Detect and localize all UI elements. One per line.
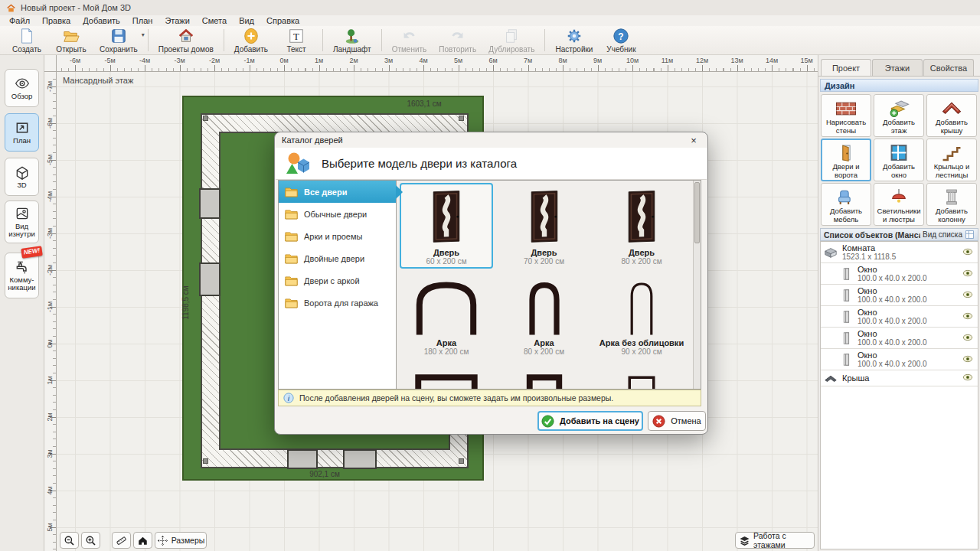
toolbar-button-text[interactable]: TТекст [274, 26, 318, 54]
menu-item[interactable]: Справка [260, 16, 305, 25]
menu-item[interactable]: Вид [233, 16, 260, 25]
plan-icon [15, 120, 30, 135]
ruler-tick [702, 65, 703, 71]
design-button-label: Светильники и люстры [874, 207, 923, 223]
design-button-door[interactable]: Двери и ворота [821, 139, 871, 181]
object-row-room-obj[interactable]: Комната1523.1 x 1118.5 [821, 242, 978, 263]
menu-item[interactable]: Этажи [158, 16, 195, 25]
door-item[interactable] [498, 364, 591, 390]
design-button-furniture[interactable]: Добавить мебель [821, 183, 871, 226]
scrollbar-thumb[interactable] [694, 182, 700, 243]
visibility-eye-icon[interactable] [962, 311, 973, 323]
visibility-eye-icon[interactable] [962, 289, 973, 302]
sidebar-item-cube3d[interactable]: 3D [5, 158, 39, 196]
sidebar-item-faucet[interactable]: Комму-никацииNEW! [5, 253, 39, 298]
toolbar-button-settings[interactable]: Настройки [549, 26, 599, 54]
door-category[interactable]: Ворота для гаража [279, 292, 396, 314]
door-item[interactable] [400, 364, 493, 390]
design-button-stairs[interactable]: Крыльцо и лестницы [926, 139, 977, 181]
wall-corner-handle[interactable] [459, 116, 464, 121]
zoom-out-button[interactable] [60, 532, 79, 549]
design-button-window[interactable]: Добавить окно [874, 139, 924, 181]
ruler-label: 13м [730, 57, 743, 64]
visibility-eye-icon[interactable] [962, 268, 973, 280]
toolbar-button-landscape[interactable]: Ландшафт [327, 26, 377, 54]
menu-item[interactable]: План [126, 16, 159, 25]
toolbar-button-new-file[interactable]: Создать [5, 26, 49, 54]
tab-проект[interactable]: Проект [821, 59, 871, 76]
toolbar-button-home-projects[interactable]: Проекты домов [152, 26, 220, 54]
add-to-scene-button[interactable]: Добавить на сцену [537, 411, 643, 431]
door-thumbnail [601, 278, 682, 337]
toolbar-button-open-folder[interactable]: Открыть [49, 26, 93, 54]
toolbar-button-save[interactable]: ▾Сохранить [93, 26, 144, 54]
window-obj-icon [839, 289, 853, 302]
door-category[interactable]: Арки и проемы [279, 225, 396, 247]
menu-item[interactable]: Смета [196, 16, 233, 25]
window-titlebar[interactable]: Новый проект - Мой Дом 3D [0, 0, 980, 15]
sizes-toggle-button[interactable]: Размеры [155, 532, 207, 549]
items-scrollbar[interactable] [693, 181, 701, 389]
door-item[interactable]: Дверь60 x 200 см [400, 183, 493, 269]
wall-corner-handle[interactable] [203, 116, 208, 121]
door-item[interactable]: Арка180 x 200 см [400, 273, 493, 359]
object-row-window-obj[interactable]: Окно100.0 x 40.0 x 200.0 [821, 285, 978, 306]
object-row-window-obj[interactable]: Окно100.0 x 40.0 x 200.0 [821, 328, 978, 349]
visibility-eye-icon[interactable] [962, 354, 973, 366]
door-category[interactable]: Двери с аркой [279, 269, 396, 292]
wall-corner-handle[interactable] [203, 458, 208, 464]
sidebar-item-plan[interactable]: План [5, 113, 39, 152]
plan-window[interactable] [287, 449, 318, 469]
sidebar-item-interior[interactable]: Вид изнутри [5, 201, 39, 243]
plan-window[interactable] [343, 449, 377, 469]
object-row-roof-obj[interactable]: Крыша [821, 370, 978, 386]
door-item[interactable] [595, 364, 688, 390]
visibility-eye-icon[interactable] [962, 246, 973, 259]
door-item[interactable]: Дверь80 x 200 см [595, 183, 688, 269]
design-button-floor[interactable]: Добавить этаж [874, 94, 924, 137]
cross-icon [652, 415, 665, 428]
design-button-column[interactable]: Добавить колонну [926, 183, 977, 226]
plan-window[interactable] [199, 188, 220, 219]
toolbar-button-duplicate: Дублировать [482, 26, 541, 54]
menu-item[interactable]: Файл [3, 16, 36, 25]
plan-window[interactable] [199, 262, 220, 296]
toolbar-button-label: Открыть [56, 45, 86, 54]
menu-item[interactable]: Правка [36, 16, 77, 25]
visibility-eye-icon[interactable] [962, 332, 973, 344]
door-category[interactable]: Обычные двери [279, 203, 396, 225]
door-item[interactable]: Дверь70 x 200 см [498, 183, 591, 269]
wall-corner-handle[interactable] [459, 458, 464, 464]
design-button-lamp[interactable]: Светильники и люстры [874, 183, 924, 226]
cancel-button[interactable]: Отмена [648, 411, 706, 431]
save-dropdown-arrow[interactable]: ▾ [142, 31, 145, 38]
ruler-label: 3м [384, 57, 393, 64]
toolbar-button-tutorial[interactable]: ?Учебник [599, 26, 643, 54]
visibility-eye-icon[interactable] [962, 372, 973, 384]
measure-button[interactable] [112, 532, 131, 549]
floors-work-button[interactable]: Работа с этажами [735, 532, 815, 549]
dialog-titlebar[interactable]: Каталог дверей × [275, 132, 707, 148]
design-button-roof[interactable]: Добавить крышу [926, 94, 977, 137]
door-category[interactable]: Все двери [279, 181, 396, 203]
object-row-window-obj[interactable]: Окно100.0 x 40.0 x 200.0 [821, 263, 978, 285]
zoom-in-button[interactable] [81, 532, 100, 549]
dialog-close-icon[interactable]: × [687, 135, 701, 146]
sidebar-item-eye[interactable]: Обзор [5, 69, 39, 107]
list-view-label[interactable]: Вид списка [923, 230, 962, 239]
door-category[interactable]: Двойные двери [279, 247, 396, 269]
object-row-window-obj[interactable]: Окно100.0 x 40.0 x 200.0 [821, 306, 978, 328]
design-button-wall[interactable]: Нарисовать стены [821, 94, 871, 137]
object-row-text: Окно100.0 x 40.0 x 200.0 [858, 265, 927, 282]
door-item[interactable]: Арка80 x 200 см [498, 273, 591, 359]
home-view-button[interactable] [133, 532, 152, 549]
door-item[interactable]: Арка без облицовки90 x 200 см [595, 273, 688, 359]
tab-свойства[interactable]: Свойства [923, 59, 974, 76]
door-thumbnail [406, 368, 487, 390]
menu-item[interactable]: Добавить [77, 16, 126, 25]
object-row-window-obj[interactable]: Окно100.0 x 40.0 x 200.0 [821, 349, 978, 370]
tab-этажи[interactable]: Этажи [872, 59, 923, 76]
toolbar-button-add-plus[interactable]: Добавить [228, 26, 274, 54]
add-button-label: Добавить на сцену [560, 416, 639, 425]
faucet-icon [15, 259, 30, 275]
